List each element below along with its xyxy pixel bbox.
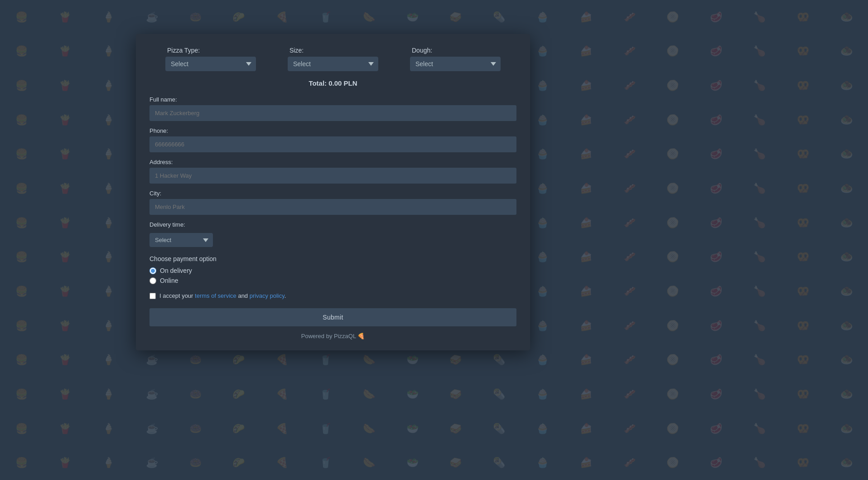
food-icon: 🍟 xyxy=(43,137,87,172)
food-icon: 🧆 xyxy=(825,68,868,103)
food-icon: 🥨 xyxy=(781,343,825,377)
food-icon: 🍰 xyxy=(564,0,608,34)
food-icon: 🥩 xyxy=(694,0,738,34)
food-icon: 🍔 xyxy=(0,309,43,343)
food-icon: 🫓 xyxy=(651,206,694,240)
food-icon: 🍔 xyxy=(0,68,43,103)
food-icon: 🍗 xyxy=(738,377,781,412)
address-field: Address: xyxy=(149,159,516,184)
food-icon: 🥓 xyxy=(608,309,651,343)
full-name-input[interactable] xyxy=(149,105,516,121)
food-icon: 🍦 xyxy=(87,240,130,275)
food-icon: 🍗 xyxy=(738,206,781,240)
food-icon: 🥓 xyxy=(608,412,651,446)
food-icon: 🥤 xyxy=(304,0,347,34)
food-icon: 🍗 xyxy=(738,137,781,172)
food-icon: ☕ xyxy=(130,377,174,412)
food-icon: 🍗 xyxy=(738,446,781,480)
terms-checkbox[interactable] xyxy=(149,293,156,299)
payment-title: Choose payment option xyxy=(149,255,516,262)
food-icon: 🍔 xyxy=(0,0,43,34)
food-icon: 🍦 xyxy=(87,137,130,172)
food-icon: 🍟 xyxy=(43,206,87,240)
food-icon: 🌭 xyxy=(347,377,391,412)
food-icon: 🍦 xyxy=(87,68,130,103)
food-icon: 🧁 xyxy=(521,0,564,34)
city-input[interactable] xyxy=(149,199,516,215)
food-icon: 🥩 xyxy=(694,446,738,480)
food-icon: 🥨 xyxy=(781,103,825,137)
size-select[interactable]: Select Small Medium Large XL xyxy=(288,57,378,71)
food-icon: 🥤 xyxy=(304,446,347,480)
payment-on-delivery-label: On delivery xyxy=(160,267,192,274)
food-icon: 🍩 xyxy=(174,0,217,34)
food-icon: 🍦 xyxy=(87,171,130,206)
food-icon: 🥩 xyxy=(694,412,738,446)
food-icon: 🫓 xyxy=(651,446,694,480)
food-icon: 🍰 xyxy=(564,309,608,343)
footer-text: Powered by PizzaQL 🍕 xyxy=(149,333,516,339)
dough-select[interactable]: Select Thin Thick Stuffed xyxy=(410,57,501,71)
food-icon: 🫓 xyxy=(651,0,694,34)
food-icon: 🥨 xyxy=(781,377,825,412)
food-icon: 🍗 xyxy=(738,412,781,446)
food-icon: 🧆 xyxy=(825,377,868,412)
food-icon: 🥩 xyxy=(694,343,738,377)
food-icon: 🧆 xyxy=(825,412,868,446)
order-form-modal: Pizza Type: Select Margherita Pepperoni … xyxy=(136,34,530,350)
city-label: City: xyxy=(149,190,516,197)
delivery-time-select[interactable]: Select ASAP 30 min 1 hour 2 hours xyxy=(149,233,213,247)
payment-online-option[interactable]: Online xyxy=(149,277,516,284)
food-icon: 🌭 xyxy=(347,0,391,34)
food-icon: 🥨 xyxy=(781,240,825,275)
food-icon: 🫓 xyxy=(651,171,694,206)
food-icon: 🍟 xyxy=(43,34,87,69)
food-icon: 🥗 xyxy=(391,446,434,480)
food-icon: 🥨 xyxy=(781,137,825,172)
food-icon: 🍦 xyxy=(87,343,130,377)
food-icon: 🌮 xyxy=(217,377,260,412)
food-icon: 🍰 xyxy=(564,68,608,103)
food-icon: 🧆 xyxy=(825,171,868,206)
food-icon: 🌮 xyxy=(217,412,260,446)
payment-online-radio[interactable] xyxy=(149,277,156,284)
food-icon: 🫓 xyxy=(651,240,694,275)
food-icon: 🫓 xyxy=(651,274,694,309)
phone-input[interactable] xyxy=(149,136,516,152)
food-icon: 🍰 xyxy=(564,34,608,69)
food-icon: 🫓 xyxy=(651,309,694,343)
food-icon: 🧆 xyxy=(825,446,868,480)
pizza-type-label: Pizza Type: xyxy=(167,47,200,54)
food-icon: 🫓 xyxy=(651,103,694,137)
terms-of-service-link[interactable]: terms of service xyxy=(195,292,236,299)
phone-label: Phone: xyxy=(149,127,516,134)
food-icon: 🍩 xyxy=(174,412,217,446)
food-icon: 🍗 xyxy=(738,343,781,377)
address-input[interactable] xyxy=(149,168,516,184)
food-icon: 🍟 xyxy=(43,240,87,275)
food-icon: 🥤 xyxy=(304,377,347,412)
food-icon: 🧆 xyxy=(825,103,868,137)
delivery-time-label: Delivery time: xyxy=(149,221,516,228)
food-icon: 🍔 xyxy=(0,412,43,446)
city-field: City: xyxy=(149,190,516,215)
food-icon: 🍟 xyxy=(43,343,87,377)
dough-group: Dough: Select Thin Thick Stuffed xyxy=(410,47,501,71)
food-icon: 🍟 xyxy=(43,171,87,206)
food-icon: 🌯 xyxy=(477,0,521,34)
food-icon: 🧆 xyxy=(825,240,868,275)
food-icon: 🍰 xyxy=(564,412,608,446)
food-icon: 🍰 xyxy=(564,171,608,206)
payment-on-delivery-option[interactable]: On delivery xyxy=(149,267,516,274)
food-icon: ☕ xyxy=(130,412,174,446)
food-icon: 🍰 xyxy=(564,240,608,275)
payment-on-delivery-radio[interactable] xyxy=(149,267,156,274)
privacy-policy-link[interactable]: privacy policy xyxy=(250,292,285,299)
food-icon: 🥩 xyxy=(694,103,738,137)
food-icon: 🌯 xyxy=(477,412,521,446)
submit-button[interactable]: Submit xyxy=(149,308,516,326)
food-icon: 🧁 xyxy=(521,446,564,480)
food-icon: 🥨 xyxy=(781,0,825,34)
full-name-field: Full name: xyxy=(149,96,516,121)
pizza-type-select[interactable]: Select Margherita Pepperoni Hawaiian Veg… xyxy=(165,57,256,71)
